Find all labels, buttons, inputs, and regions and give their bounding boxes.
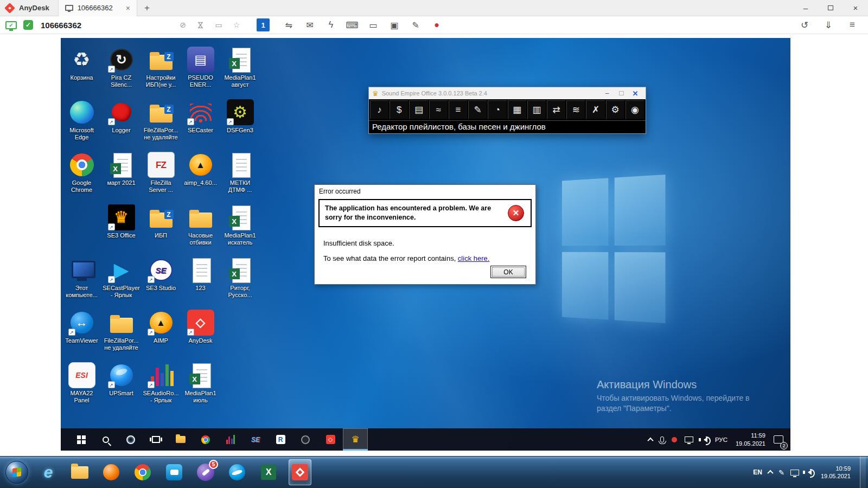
permissions-icon[interactable]: ▣: [390, 20, 399, 30]
taskbar-r-app-button[interactable]: R: [268, 428, 293, 451]
tray-chevron-icon[interactable]: [644, 428, 656, 451]
music-tool-button[interactable]: ♪: [370, 100, 389, 119]
taskbar-audio-router-button[interactable]: [218, 428, 243, 451]
taskbar-file-explorer-button[interactable]: [168, 428, 193, 451]
downloads-icon[interactable]: ⇓: [824, 20, 833, 31]
error-dialog-title[interactable]: Error occurred: [315, 185, 535, 197]
network-icon[interactable]: [681, 428, 697, 451]
whiteboard-icon[interactable]: ✎: [411, 20, 420, 30]
taskbar-anydesk-button[interactable]: ◇: [318, 428, 343, 451]
close-button[interactable]: ×: [843, 0, 868, 16]
transfer-tool-button[interactable]: ⇄: [547, 100, 566, 119]
chat-disabled-icon[interactable]: ⊘: [178, 21, 188, 29]
taskbar-aimp-dark-button[interactable]: [293, 428, 318, 451]
chat-icon[interactable]: ✉: [305, 20, 315, 30]
database-tool-button[interactable]: ≋: [566, 100, 585, 119]
host-viber-button[interactable]: 5: [194, 459, 217, 485]
se-maximize-button[interactable]: [614, 87, 628, 99]
desktop-icon-mediaplan-august[interactable]: XMediaPlan1 август: [220, 47, 260, 99]
host-anydesk-button[interactable]: [289, 459, 311, 485]
host-clock[interactable]: 10:5919.05.2021: [818, 465, 854, 480]
session-tab[interactable]: 106666362 ×: [58, 0, 137, 16]
taskbar-se-studio-button[interactable]: SE: [243, 428, 268, 451]
main-menu-icon[interactable]: ≡: [847, 20, 857, 31]
minimize-button[interactable]: –: [793, 0, 818, 16]
waveform-tool-button[interactable]: ≈: [429, 100, 448, 119]
display-settings-icon[interactable]: ▭: [368, 20, 378, 30]
host-windows-explorer-button[interactable]: [68, 459, 91, 485]
desktop-icon-dsfgen3[interactable]: ⚙↗DSFGen3: [220, 99, 260, 152]
recording-indicator-icon[interactable]: [668, 428, 681, 451]
favorites-icon[interactable]: ☆: [232, 21, 241, 29]
language-indicator[interactable]: РУС: [711, 428, 731, 451]
cards-tool-button[interactable]: ▥: [527, 100, 546, 119]
sound-empire-titlebar[interactable]: ♛ Sound Empire Office 3.0.0.123 Beta 2.4…: [369, 87, 646, 99]
desktop-icon-filezilla-portable-folder-2[interactable]: FileZillaPor... не удаляйте: [101, 310, 141, 362]
grid-tool-button[interactable]: ▦: [508, 100, 527, 119]
desktop-icon-se3-office[interactable]: ♛↗SE3 Office: [101, 204, 141, 257]
tab-close-icon[interactable]: ×: [126, 4, 130, 12]
sound-empire-window[interactable]: ♛ Sound Empire Office 3.0.0.123 Beta 2.4…: [368, 87, 646, 134]
playlist-tool-button[interactable]: ≡: [449, 100, 468, 119]
record-session-icon[interactable]: ●: [432, 20, 442, 30]
error-dialog[interactable]: Error occurred The application has encou…: [314, 184, 536, 285]
taskbar-cortana-button[interactable]: [118, 428, 143, 451]
host-internet-explorer-button[interactable]: e: [37, 459, 60, 485]
desktop-icon-mediaplan-iskatel[interactable]: XMediaPlan1 искатель: [220, 204, 260, 257]
ok-button[interactable]: OK: [490, 266, 526, 278]
taskbar-task-view-button[interactable]: [143, 428, 168, 451]
desktop-icon-ups-settings-folder[interactable]: ZНастройки ИБП(не у...: [141, 47, 181, 99]
desktop-icon-ritorg-russko[interactable]: XРиторг, Русско...: [220, 257, 260, 310]
host-network-icon[interactable]: [790, 470, 799, 476]
se-minimize-button[interactable]: –: [600, 87, 614, 99]
monitors-icon[interactable]: ▭: [214, 21, 224, 29]
taskbar-search-button[interactable]: [93, 428, 118, 451]
show-desktop-button[interactable]: [860, 457, 866, 488]
document-tool-button[interactable]: ▤: [409, 100, 428, 119]
settings-tool-button[interactable]: ⚙: [606, 100, 625, 119]
desktop-icon-pseudo-energy[interactable]: ▤PSEUDO ENER...: [181, 47, 220, 99]
host-language-indicator[interactable]: EN: [753, 468, 762, 476]
desktop-icon-secastplayer[interactable]: ▶↗SECastPlayer - Ярлык: [101, 257, 141, 310]
host-tray-chevron-icon[interactable]: [767, 470, 773, 476]
session-timer-icon[interactable]: ⋈: [196, 20, 205, 30]
maximize-button[interactable]: [818, 0, 843, 16]
desktop-icon-google-chrome[interactable]: Google Chrome: [62, 152, 101, 204]
microphone-icon[interactable]: [656, 428, 668, 451]
switch-sides-icon[interactable]: ⇋: [284, 20, 293, 30]
host-messenger-button[interactable]: [163, 459, 186, 485]
desktop-icon-seaudiorouter[interactable]: ↗SEAudioRo... - Ярлык: [141, 362, 181, 415]
taskbar-chrome-button[interactable]: [193, 428, 218, 451]
desktop-icon-teamviewer[interactable]: ↔↗TeamViewer: [62, 310, 101, 362]
desktop-icon-logger[interactable]: ↗Logger: [101, 99, 141, 152]
money-tool-button[interactable]: $: [390, 100, 409, 119]
clock[interactable]: 11:5919.05.2021: [731, 428, 770, 451]
desktop-icon-secaster[interactable]: ↗SECaster: [181, 99, 220, 152]
host-excel-button[interactable]: X: [257, 459, 280, 485]
host-media-player-button[interactable]: [100, 459, 123, 485]
new-session-button[interactable]: +: [137, 0, 157, 16]
desktop-icon-aimp-installer[interactable]: ▲aimp_4.60...: [181, 152, 220, 204]
edit-tool-button[interactable]: ✎: [468, 100, 487, 119]
desktop-icon-metki-dtmf[interactable]: МЕТКИ ДТМФ ...: [220, 152, 260, 204]
se-close-button[interactable]: ✕: [628, 87, 642, 99]
host-chrome-button[interactable]: [131, 459, 154, 485]
desktop-icon-filezilla-portable-folder[interactable]: ZFileZillaPor... не удаляйте: [141, 99, 181, 152]
desktop-icon-microsoft-edge[interactable]: Microsoft Edge: [62, 99, 101, 152]
tools-tool-button[interactable]: ✗: [586, 100, 605, 119]
desktop-icon-ibp-folder[interactable]: ZИБП: [141, 204, 181, 257]
click-here-link[interactable]: click here.: [458, 254, 490, 262]
desktop-icon-this-pc[interactable]: Этот компьюте...: [62, 257, 101, 310]
desktop-icon-march-2021-xls[interactable]: Xмарт 2021: [101, 152, 141, 204]
keyboard-icon[interactable]: ⌨: [347, 20, 357, 30]
desktop-icon-chasovye-otbivki-folder[interactable]: Часовые отбивки: [181, 204, 220, 257]
desktop-icon-pira-cz-silencer[interactable]: ↻↗Pira CZ Silenc...: [101, 47, 141, 99]
taskbar-sound-empire-button[interactable]: ♛: [343, 428, 368, 451]
desktop-icon-mediaplan-july[interactable]: XMediaPlan1 июль: [181, 362, 220, 415]
monitor-select-button[interactable]: 1: [257, 18, 270, 31]
desktop-icon-filezilla-server[interactable]: FZFileZilla Server ...: [141, 152, 181, 204]
host-volume-icon[interactable]: [805, 470, 812, 475]
anydesk-titlebar[interactable]: AnyDesk 106666362 × + – ×: [0, 0, 868, 16]
host-pen-icon[interactable]: ✎: [778, 468, 784, 477]
host-start-orb-button[interactable]: [5, 461, 28, 484]
